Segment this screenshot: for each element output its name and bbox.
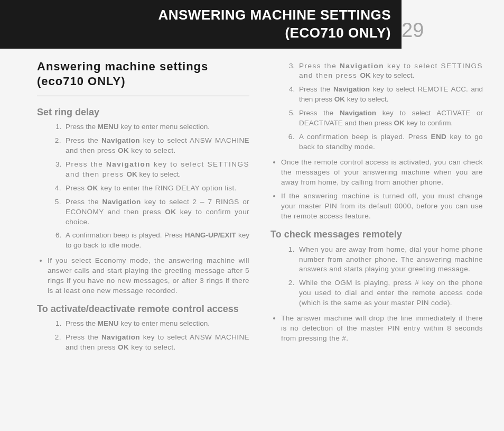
set-ring-delay-steps: Press the MENU key to enter menu selecti… <box>37 122 249 251</box>
step: Press OK key to enter the RING DELAY opt… <box>63 184 249 194</box>
left-column: Answering machine settings (eco710 ONLY)… <box>37 59 249 358</box>
remote-access-steps-left: Press the MENU key to enter menu selecti… <box>37 319 249 353</box>
step: Press the Navigation key to select 2 – 7… <box>63 197 249 227</box>
check-remotely-steps: When you are away from home, dial your h… <box>270 245 483 308</box>
set-ring-delay-notes: If you select Economy mode, the answerin… <box>37 256 249 296</box>
step: Press the MENU key to enter menu selecti… <box>63 122 249 132</box>
main-title: Answering machine settings (eco710 ONLY) <box>37 59 249 96</box>
note: If the answering machine is turned off, … <box>281 191 483 222</box>
step: A confirmation beep is played. Press HAN… <box>63 231 249 251</box>
header-line-2: (ECO710 ONLY) <box>285 25 391 41</box>
step: Press the Navigation key to select SETTI… <box>63 160 249 180</box>
step: Press the Navigation key to select SETTI… <box>297 61 483 81</box>
step: A confirmation beep is played. Press END… <box>297 132 483 152</box>
step: Press the Navigation key to select ANSW … <box>63 136 249 156</box>
section-set-ring-delay-title: Set ring delay <box>37 107 249 118</box>
remote-access-notes: Once the remote control access is activa… <box>270 158 483 222</box>
note: The answer machine will drop the line im… <box>281 314 483 344</box>
step: Press the Navigation key to select REMOT… <box>297 85 483 105</box>
note: If you select Economy mode, the answerin… <box>48 256 249 296</box>
page-header: ANSWERING MACHINE SETTINGS (ECO710 ONLY) <box>0 0 402 49</box>
note: Once the remote control access is activa… <box>281 158 483 188</box>
check-remotely-notes: The answer machine will drop the line im… <box>270 314 483 344</box>
section-check-remotely-title: To check messages remotely <box>270 229 483 241</box>
step: When you are away from home, dial your h… <box>297 245 483 275</box>
header-line-1: ANSWERING MACHINE SETTINGS <box>158 7 391 23</box>
step: Press the Navigation key to select ACTIV… <box>297 108 483 129</box>
content: Answering machine settings (eco710 ONLY)… <box>0 59 504 358</box>
remote-access-steps-right: Press the Navigation key to select SETTI… <box>270 61 483 152</box>
right-column: Press the Navigation key to select SETTI… <box>270 59 483 358</box>
step: Press the MENU key to enter menu selecti… <box>63 319 249 329</box>
page-number: 29 <box>402 19 424 42</box>
section-remote-access-title: To activate/deactivate remote control ac… <box>37 304 249 315</box>
step: While the OGM is playing, press # key on… <box>297 278 483 308</box>
step: Press the Navigation key to select ANSW … <box>63 333 249 353</box>
